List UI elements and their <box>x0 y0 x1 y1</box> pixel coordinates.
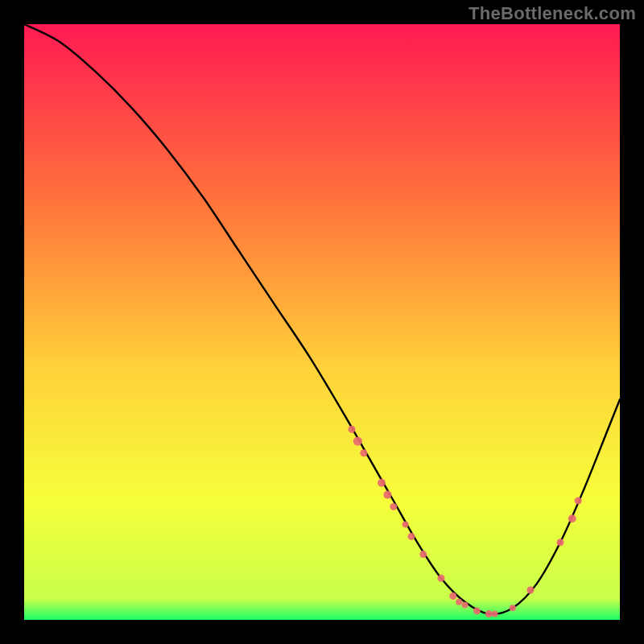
data-marker <box>456 599 462 605</box>
data-marker <box>353 437 362 446</box>
data-marker <box>438 575 445 582</box>
data-marker <box>408 533 415 540</box>
data-marker <box>462 602 469 609</box>
data-marker <box>383 491 391 499</box>
data-marker <box>419 551 427 558</box>
data-marker <box>510 605 516 611</box>
watermark-text: TheBottleneck.com <box>469 3 636 24</box>
data-marker <box>557 539 564 546</box>
chart-background <box>24 24 620 620</box>
data-marker <box>485 610 493 617</box>
chart-container <box>24 24 620 620</box>
data-marker <box>402 522 409 528</box>
data-marker <box>492 611 498 617</box>
data-marker <box>390 503 397 510</box>
data-marker <box>568 514 576 522</box>
data-marker <box>473 607 481 614</box>
data-marker <box>449 592 456 600</box>
data-marker <box>527 587 535 594</box>
bottleneck-chart <box>24 24 620 620</box>
data-marker <box>575 497 582 505</box>
data-marker <box>360 449 367 456</box>
app-frame: TheBottleneck.com <box>0 0 644 644</box>
data-marker <box>378 479 386 487</box>
data-marker <box>349 426 356 433</box>
